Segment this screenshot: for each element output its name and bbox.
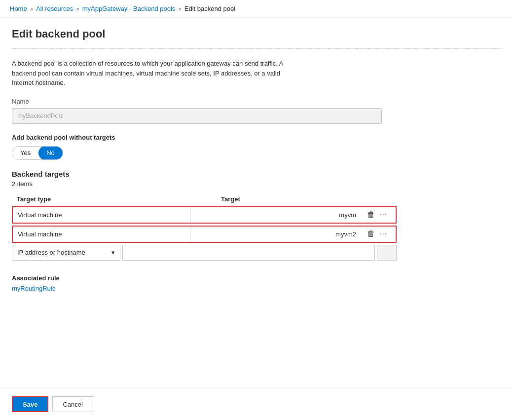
toggle-yes[interactable]: Yes xyxy=(12,146,38,160)
target-actions-2: 🗑 ··· xyxy=(361,227,396,242)
breadcrumb-sep-2: > xyxy=(76,6,79,12)
col-header-type: Target type xyxy=(12,192,216,206)
breadcrumb-current: Edit backend pool xyxy=(184,5,235,12)
delete-icon-1: 🗑 xyxy=(367,210,375,219)
target-type-dropdown[interactable]: IP address or hostname ▾ xyxy=(12,245,120,261)
routing-rule-link[interactable]: myRoutingRule xyxy=(12,285,56,292)
col-header-actions xyxy=(351,192,397,206)
breadcrumb-sep-3: > xyxy=(178,6,181,12)
footer: Save Cancel xyxy=(0,388,514,420)
target-value-new-input[interactable] xyxy=(122,245,375,261)
page-title: Edit backend pool xyxy=(12,28,502,40)
chevron-down-icon: ▾ xyxy=(111,249,115,256)
target-type-2: Virtual machine xyxy=(13,227,190,242)
col-header-target: Target xyxy=(216,192,351,206)
delete-row-1-button[interactable]: 🗑 xyxy=(366,209,376,220)
add-target-button[interactable] xyxy=(377,245,397,261)
dropdown-label: IP address or hostname xyxy=(17,249,85,256)
new-entry-row: IP address or hostname ▾ xyxy=(12,245,397,261)
yes-no-toggle[interactable]: Yes No xyxy=(12,146,63,160)
target-type-1: Virtual machine xyxy=(13,207,190,223)
add-without-targets-group: Add backend pool without targets Yes No xyxy=(12,134,502,160)
target-row-2: Virtual machine myvm2 🗑 ··· xyxy=(12,226,397,243)
target-actions-1: 🗑 ··· xyxy=(361,207,396,223)
add-without-targets-label: Add backend pool without targets xyxy=(12,134,502,141)
target-row-1: Virtual machine myvm 🗑 ··· xyxy=(12,206,397,224)
breadcrumb: Home > All resources > myAppGateway - Ba… xyxy=(0,0,514,18)
targets-table: Target type Target xyxy=(12,192,397,206)
cancel-button[interactable]: Cancel xyxy=(52,396,93,412)
associated-rule-section: Associated rule myRoutingRule xyxy=(12,274,502,292)
more-row-2-button[interactable]: ··· xyxy=(379,229,387,239)
items-count: 2 items xyxy=(12,180,502,188)
backend-targets-section: Backend targets 2 items Target type Targ… xyxy=(12,170,502,261)
more-row-1-button[interactable]: ··· xyxy=(379,209,387,220)
name-label: Name xyxy=(12,98,502,105)
save-button[interactable]: Save xyxy=(12,396,48,412)
name-field-group: Name xyxy=(12,98,502,134)
target-value-1: myvm xyxy=(190,207,361,223)
divider xyxy=(12,48,502,49)
delete-row-2-button[interactable]: 🗑 xyxy=(366,229,376,239)
toggle-no[interactable]: No xyxy=(38,146,63,160)
breadcrumb-all-resources[interactable]: All resources xyxy=(36,5,73,12)
description-text: A backend pool is a collection of resour… xyxy=(12,59,298,88)
associated-rule-label: Associated rule xyxy=(12,274,502,282)
breadcrumb-home[interactable]: Home xyxy=(10,5,27,12)
target-value-2: myvm2 xyxy=(190,227,361,242)
backend-targets-title: Backend targets xyxy=(12,170,502,178)
breadcrumb-gateway[interactable]: myAppGateway - Backend pools xyxy=(82,5,176,12)
more-icon-2: ··· xyxy=(380,229,386,238)
breadcrumb-sep-1: > xyxy=(30,6,33,12)
more-icon-1: ··· xyxy=(380,210,386,219)
name-input[interactable] xyxy=(12,108,382,124)
toggle-container: Yes No xyxy=(12,146,502,160)
delete-icon-2: 🗑 xyxy=(367,229,375,238)
